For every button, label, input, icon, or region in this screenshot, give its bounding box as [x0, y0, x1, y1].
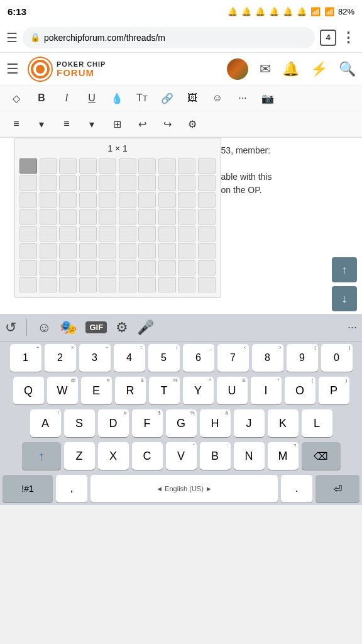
key-k[interactable]: K [268, 409, 299, 437]
key-w[interactable]: @W [47, 377, 78, 404]
key-f[interactable]: $F [132, 409, 163, 437]
scroll-up-button[interactable]: ↑ [332, 257, 357, 282]
list-dropdown-button[interactable]: ▾ [80, 114, 103, 134]
key-1[interactable]: +1 [10, 344, 41, 372]
keyboard-emoji-icon[interactable]: ☺ [37, 319, 51, 336]
table-picker-popup[interactable]: 1 × 1 [14, 138, 221, 298]
align-dropdown-button[interactable]: ▾ [30, 114, 53, 134]
grid-cell-0-1[interactable] [40, 158, 57, 174]
erase-button[interactable]: ◇ [5, 88, 28, 108]
keyboard-more-icon[interactable]: ··· [348, 321, 357, 334]
grid-cell-4-6[interactable] [138, 226, 156, 242]
grid-cell-5-4[interactable] [99, 243, 116, 258]
grid-cell-6-9[interactable] [198, 260, 216, 275]
grid-cell-3-8[interactable] [178, 209, 195, 225]
grid-cell-3-7[interactable] [158, 209, 176, 225]
grid-cell-0-6[interactable] [138, 158, 156, 174]
grid-cell-3-4[interactable] [99, 209, 116, 225]
grid-cell-3-2[interactable] [59, 209, 77, 225]
grid-cell-7-2[interactable] [59, 277, 77, 292]
grid-cell-0-3[interactable] [79, 158, 97, 174]
keyboard-settings-icon[interactable]: ⚙ [116, 319, 128, 336]
key-s[interactable]: S [64, 409, 95, 437]
grid-cell-0-5[interactable] [119, 158, 136, 174]
grid-cell-3-5[interactable] [119, 209, 136, 225]
sticker-icon[interactable]: 🎭 [60, 319, 77, 336]
grid-cell-7-0[interactable] [19, 277, 37, 292]
special-key[interactable]: !#1 [3, 475, 53, 502]
grid-cell-6-2[interactable] [59, 260, 77, 275]
grid-cell-3-9[interactable] [198, 209, 216, 225]
grid-cell-7-1[interactable] [40, 277, 57, 292]
grid-cell-1-7[interactable] [158, 175, 176, 191]
key-m[interactable]: ?M [268, 442, 299, 470]
grid-cell-2-1[interactable] [40, 192, 57, 208]
grid-cell-1-6[interactable] [138, 175, 156, 191]
key-2[interactable]: ×2 [45, 344, 76, 372]
key-n[interactable]: N [234, 442, 265, 470]
lightning-icon[interactable]: ⚡ [310, 61, 327, 77]
grid-cell-4-0[interactable] [19, 226, 37, 242]
align-button[interactable]: ≡ [5, 114, 28, 134]
browser-more-icon[interactable]: ⋮ [341, 30, 356, 46]
font-size-button[interactable]: TT [131, 88, 153, 108]
editor-content[interactable]: 1 × 1 9453, member: n table with this rs… [0, 138, 362, 314]
shift-key[interactable]: ↑ [22, 442, 61, 470]
grid-cell-2-4[interactable] [99, 192, 116, 208]
redo-button[interactable]: ↪ [156, 114, 178, 134]
grid-cell-0-0[interactable] [19, 158, 37, 174]
grid-cell-0-2[interactable] [59, 158, 77, 174]
grid-cell-1-5[interactable] [119, 175, 136, 191]
grid-cell-1-2[interactable] [59, 175, 77, 191]
key-0[interactable]: ]0 [321, 344, 353, 372]
period-key[interactable]: . [281, 475, 312, 502]
comma-key[interactable]: , [56, 475, 87, 502]
grid-cell-7-4[interactable] [99, 277, 116, 292]
key-b[interactable]: 'B [200, 442, 231, 470]
grid-cell-4-5[interactable] [119, 226, 136, 242]
grid-cell-6-7[interactable] [158, 260, 176, 275]
grid-cell-2-6[interactable] [138, 192, 156, 208]
key-o[interactable]: (O [285, 377, 315, 404]
key-i[interactable]: *I [251, 377, 282, 404]
grid-cell-0-4[interactable] [99, 158, 116, 174]
avatar[interactable] [227, 58, 248, 80]
key-a[interactable]: !A [30, 409, 61, 437]
grid-cell-5-9[interactable] [198, 243, 216, 258]
underline-button[interactable]: U [80, 88, 103, 108]
grid-cell-4-9[interactable] [198, 226, 216, 242]
rotate-icon[interactable]: ↺ [5, 319, 16, 336]
grid-cell-4-1[interactable] [40, 226, 57, 242]
more-button[interactable]: ··· [231, 88, 254, 108]
grid-cell-2-5[interactable] [119, 192, 136, 208]
logo-area[interactable]: POKER CHIP FORUM [28, 57, 106, 82]
grid-cell-6-5[interactable] [119, 260, 136, 275]
grid-cell-2-7[interactable] [158, 192, 176, 208]
grid-cell-6-3[interactable] [79, 260, 97, 275]
grid-cell-3-6[interactable] [138, 209, 156, 225]
grid-cell-5-7[interactable] [158, 243, 176, 258]
key-7[interactable]: <7 [217, 344, 249, 372]
undo-button[interactable]: ↩ [131, 114, 153, 134]
key-9[interactable]: [9 [287, 344, 318, 372]
scroll-down-button[interactable]: ↓ [332, 286, 357, 311]
grid-cell-6-1[interactable] [40, 260, 57, 275]
grid-cell-3-3[interactable] [79, 209, 97, 225]
key-q[interactable]: Q [13, 377, 44, 404]
key-d[interactable]: #D [98, 409, 129, 437]
grid-cell-2-8[interactable] [178, 192, 195, 208]
key-e[interactable]: #E [81, 377, 112, 404]
bold-button[interactable]: B [30, 88, 53, 108]
settings-button[interactable]: ⚙ [181, 114, 204, 134]
key-4[interactable]: =4 [114, 344, 145, 372]
grid-cell-0-8[interactable] [178, 158, 195, 174]
enter-key[interactable]: ⏎ [315, 475, 359, 502]
grid-cell-7-6[interactable] [138, 277, 156, 292]
key-3[interactable]: ÷3 [79, 344, 111, 372]
key-g[interactable]: %G [166, 409, 197, 437]
key-r[interactable]: $R [115, 377, 146, 404]
space-key[interactable]: ◄ English (US) ► [90, 475, 278, 502]
emoji-button[interactable]: ☺ [206, 88, 229, 108]
grid-cell-6-0[interactable] [19, 260, 37, 275]
grid-cell-3-0[interactable] [19, 209, 37, 225]
